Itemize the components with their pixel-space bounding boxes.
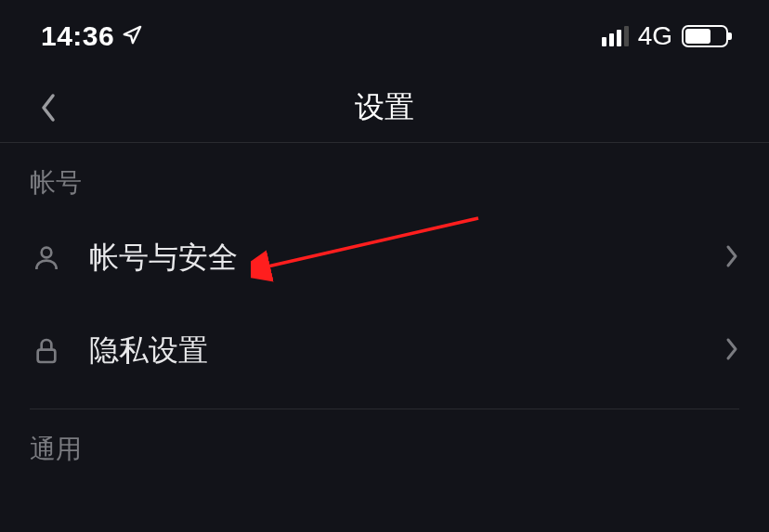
network-label: 4G xyxy=(638,21,672,51)
list-item-label: 帐号与安全 xyxy=(89,238,724,279)
page-title: 设置 xyxy=(355,87,414,128)
location-icon xyxy=(122,20,142,52)
section-header-account: 帐号 xyxy=(0,143,769,212)
status-right: 4G xyxy=(602,21,728,51)
status-time: 14:36 xyxy=(41,20,114,52)
status-left: 14:36 xyxy=(41,20,142,52)
list-item-label: 隐私设置 xyxy=(89,331,724,371)
section-header-general: 通用 xyxy=(0,409,769,478)
battery-icon xyxy=(682,25,728,47)
nav-header: 设置 xyxy=(0,72,769,143)
list-item-privacy[interactable]: 隐私设置 xyxy=(0,305,769,397)
lock-icon xyxy=(30,334,63,368)
svg-point-0 xyxy=(42,248,52,258)
status-bar: 14:36 4G xyxy=(0,0,769,72)
list-item-account-security[interactable]: 帐号与安全 xyxy=(0,212,769,305)
chevron-right-icon xyxy=(724,336,739,366)
chevron-left-icon xyxy=(39,92,58,123)
signal-icon xyxy=(602,26,629,46)
person-icon xyxy=(30,241,63,275)
back-button[interactable] xyxy=(30,89,67,126)
chevron-right-icon xyxy=(724,243,739,273)
svg-rect-1 xyxy=(38,350,56,362)
